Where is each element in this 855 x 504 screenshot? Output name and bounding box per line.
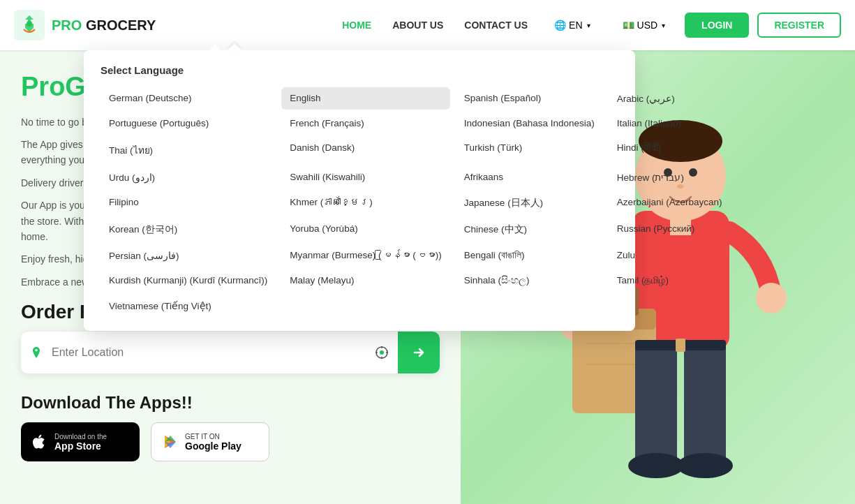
lang-turkish[interactable]: Turkish (Türk)	[456, 137, 603, 163]
currency-flag-icon: 💵	[623, 20, 634, 31]
language-grid: German (Deutsche) English Spanish (Españ…	[101, 87, 618, 317]
lang-chevron-icon: ▾	[587, 22, 590, 29]
lang-tamil[interactable]: Tamil (தமிழ்)	[609, 269, 731, 292]
lang-afrikaans[interactable]: Afrikaans	[456, 166, 603, 188]
svg-point-1	[27, 21, 32, 27]
lang-urdu[interactable]: Urdu (اردو)	[101, 166, 276, 188]
header-actions: LOGIN REGISTER	[685, 13, 841, 38]
nav-home[interactable]: HOME	[342, 20, 371, 31]
logo-area: PRO GROCERY	[14, 10, 342, 40]
language-dropdown-title: Select Language	[101, 64, 618, 76]
lang-filipino[interactable]: Filipino	[101, 191, 276, 215]
lang-malay[interactable]: Malay (Melayu)	[281, 269, 450, 292]
main-nav: HOME ABOUT US CONTACT US 🌐 EN ▾ 💵 USD ▾	[342, 17, 671, 34]
nav-contact[interactable]: CONTACT US	[464, 20, 528, 31]
lang-zulu[interactable]: Zulu	[609, 244, 731, 267]
lang-french[interactable]: French (Français)	[281, 112, 450, 134]
lang-kurdish[interactable]: Kurdish (Kurmanji) (Kurdî (Kurmancî))	[101, 269, 276, 292]
lang-russian[interactable]: Russian (Русский)	[609, 218, 731, 242]
language-code: EN	[569, 20, 582, 31]
lang-german[interactable]: German (Deutsche)	[101, 87, 276, 110]
lang-bengali[interactable]: Bengali (বাঙালি)	[456, 244, 603, 267]
lang-arabic[interactable]: Arabic (عربي)	[609, 87, 731, 110]
lang-vietnamese[interactable]: Vietnamese (Tiếng Việt)	[101, 295, 276, 317]
register-button[interactable]: REGISTER	[757, 13, 841, 38]
lang-chinese[interactable]: Chinese (中文)	[456, 218, 603, 242]
lang-sinhala[interactable]: Sinhala (සිංහල)	[456, 269, 603, 292]
lang-khmer[interactable]: Khmer (ភាសាខ្មែរ)	[281, 191, 450, 215]
logo-icon	[14, 10, 45, 40]
lang-myanmar[interactable]: Myanmar (Burmese) (မြန်မာ (ဗမာ))	[281, 244, 450, 267]
currency-selector[interactable]: 💵 USD ▾	[617, 17, 671, 34]
nav-about[interactable]: ABOUT US	[392, 20, 443, 31]
language-dropdown-overlay: Select Language German (Deutsche) Englis…	[0, 50, 855, 504]
lang-italian[interactable]: Italian (Italiano)	[609, 112, 731, 134]
lang-japanese[interactable]: Japanese (日本人)	[456, 191, 603, 215]
lang-indonesian[interactable]: Indonesian (Bahasa Indonesia)	[456, 112, 603, 134]
lang-persian[interactable]: Persian (فارسی)	[101, 244, 276, 267]
login-button[interactable]: LOGIN	[685, 13, 749, 38]
lang-portuguese[interactable]: Portuguese (Português)	[101, 112, 276, 134]
lang-azerbaijani[interactable]: Azerbaijani (Azerbaycan)	[609, 191, 731, 215]
lang-yoruba[interactable]: Yoruba (Yorùbá)	[281, 218, 450, 242]
lang-danish[interactable]: Danish (Dansk)	[281, 137, 450, 163]
lang-korean[interactable]: Korean (한국어)	[101, 218, 276, 242]
lang-thai[interactable]: Thai (ไทย)	[101, 137, 276, 163]
logo-text: PRO GROCERY	[52, 17, 156, 34]
lang-spanish[interactable]: Spanish (Español)	[456, 87, 603, 110]
lang-swahili[interactable]: Swahili (Kiswahili)	[281, 166, 450, 188]
currency-code: USD	[637, 20, 658, 31]
language-selector[interactable]: 🌐 EN ▾	[549, 17, 595, 34]
currency-chevron-icon: ▾	[662, 22, 665, 29]
lang-english[interactable]: English	[281, 87, 450, 110]
lang-hindi[interactable]: Hindi (हिंदी)	[609, 137, 731, 163]
lang-hebrew[interactable]: Hebrew (עברית)	[609, 166, 731, 188]
header: PRO GROCERY HOME ABOUT US CONTACT US 🌐 E…	[0, 0, 855, 50]
globe-icon: 🌐	[554, 20, 566, 31]
language-dropdown: Select Language German (Deutsche) Englis…	[84, 50, 635, 331]
dropdown-caret-up	[228, 43, 241, 50]
